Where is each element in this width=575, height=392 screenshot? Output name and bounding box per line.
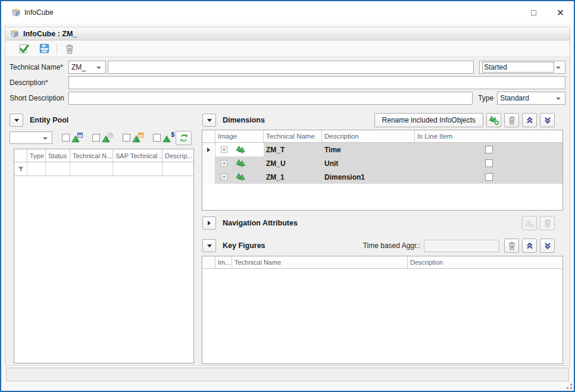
chevron-down-icon: [43, 137, 48, 140]
delete-button[interactable]: [62, 42, 77, 56]
time-characteristic-filter-checkbox[interactable]: [92, 134, 100, 142]
dimension-row-time[interactable]: ZM_T Time: [202, 143, 562, 156]
rename-infoobjects-button[interactable]: Rename included InfoObjects: [374, 113, 483, 127]
is-line-item-checkbox[interactable]: [485, 173, 493, 181]
time-based-aggr-input[interactable]: [424, 240, 499, 252]
filter-icon: [17, 165, 24, 173]
dimensions-header: Dimensions Rename included InfoObjects: [201, 112, 563, 128]
move-down-button[interactable]: [540, 239, 555, 253]
entity-pool-collapse-button[interactable]: [10, 114, 23, 127]
navigation-attributes-collapse-button[interactable]: [202, 217, 216, 230]
panel-header: InfoCube : ZM_: [5, 27, 570, 40]
column-header-image[interactable]: Image: [215, 130, 264, 142]
refresh-button[interactable]: [176, 131, 192, 145]
toolbar-separator: [57, 43, 57, 54]
type-combo[interactable]: Standard: [497, 92, 565, 105]
save-button[interactable]: [36, 42, 52, 56]
characteristic-filter-checkbox[interactable]: [62, 134, 70, 142]
delete-key-figure-button[interactable]: [504, 239, 519, 253]
column-header[interactable]: [14, 149, 27, 162]
dimension-row-dimension1[interactable]: ZM_1 Dimension1: [202, 170, 562, 184]
dimensions-table-body[interactable]: [202, 184, 562, 210]
type-label: Type: [478, 94, 493, 102]
column-header[interactable]: [202, 130, 215, 142]
add-navigation-attribute-button[interactable]: [522, 216, 537, 230]
column-header[interactable]: [202, 256, 215, 268]
entity-pool-filter-row: [14, 162, 193, 176]
unit-icon: [132, 133, 143, 143]
filter-icon-cell: [14, 162, 27, 175]
dimension-technical-name: ZM_U: [264, 156, 322, 170]
move-up-button[interactable]: [522, 113, 537, 127]
dialog-body: InfoCube : ZM_ Technical Name*: [1, 24, 574, 391]
status-bar: [6, 368, 569, 381]
column-header-description[interactable]: Description: [408, 256, 562, 268]
column-header-sap-technical-name[interactable]: SAP Technical ...: [113, 149, 162, 162]
description-input[interactable]: [68, 76, 565, 89]
validate-button[interactable]: [16, 42, 32, 56]
unit-filter-checkbox[interactable]: [123, 134, 130, 142]
filter-cell-description[interactable]: [162, 162, 193, 175]
filter-cell-type[interactable]: [27, 162, 46, 175]
column-header-technical-name[interactable]: Technical Name: [232, 256, 408, 268]
move-up-icon: [526, 116, 534, 124]
infocube-panel: InfoCube : ZM_ Technical Name*: [5, 27, 570, 366]
resize-grip-icon[interactable]: [570, 387, 572, 389]
navigation-attributes-header: Navigation Attributes: [201, 214, 563, 232]
save-icon: [39, 43, 50, 54]
key-figures-collapse-button[interactable]: [202, 239, 216, 252]
dimensions-collapse-button[interactable]: [202, 114, 216, 127]
dimension-icon: [236, 173, 245, 181]
entity-pool-table-body[interactable]: [14, 176, 193, 363]
technical-name-label: Technical Name*: [10, 63, 68, 71]
status-combo[interactable]: Started: [479, 61, 565, 74]
column-header-description[interactable]: Descrip...: [162, 149, 193, 162]
column-header-technical-name[interactable]: Technical Name: [264, 130, 322, 142]
move-down-button[interactable]: [540, 113, 555, 127]
delete-navigation-attribute-button[interactable]: [540, 216, 555, 230]
column-header-is-line-item[interactable]: Is Line Item: [415, 130, 562, 142]
key-figures-table-body[interactable]: [202, 269, 562, 363]
short-description-label: Short Description: [10, 94, 68, 102]
title-bar[interactable]: InfoCube □ ✕: [1, 1, 574, 24]
move-up-button[interactable]: [522, 239, 537, 253]
filter-cell-sap-technical-name[interactable]: [113, 162, 162, 175]
dimension-icon: [236, 145, 245, 154]
chevron-right-icon: [208, 221, 211, 225]
add-dimension-button[interactable]: [486, 113, 501, 127]
column-header-status[interactable]: Status: [46, 149, 70, 162]
delete-icon: [543, 218, 552, 228]
technical-name-input[interactable]: [108, 61, 474, 74]
filter-cell-status[interactable]: [46, 162, 70, 175]
close-button[interactable]: ✕: [547, 1, 574, 24]
filter-cell-technical-name[interactable]: [70, 162, 113, 175]
entity-pool-pane: Entity Pool: [5, 112, 196, 364]
expand-icon[interactable]: [221, 160, 227, 167]
delete-dimension-button[interactable]: [504, 113, 519, 127]
add-navigation-attribute-icon: [524, 218, 535, 228]
key-figures-header: Key Figures Time based Aggr.:: [201, 237, 563, 254]
chevron-down-icon: [207, 119, 212, 122]
dimension-technical-name: ZM_T: [264, 143, 322, 156]
is-line-item-checkbox[interactable]: [485, 146, 493, 153]
column-header-type[interactable]: Type: [27, 149, 46, 162]
column-header-image[interactable]: Im...: [215, 256, 232, 268]
key-figure-filter-checkbox[interactable]: [153, 134, 161, 142]
is-line-item-checkbox[interactable]: [485, 159, 493, 167]
characteristic-icon: [71, 133, 83, 143]
short-description-input[interactable]: [68, 92, 473, 105]
dimension-icon: [236, 159, 245, 168]
dimension-description: Time: [322, 143, 415, 156]
entity-pool-type-combo[interactable]: [10, 131, 52, 144]
delete-icon: [64, 43, 75, 54]
expand-icon[interactable]: [221, 146, 227, 153]
technical-name-prefix-combo[interactable]: ZM_: [68, 61, 106, 74]
maximize-button[interactable]: □: [520, 1, 547, 24]
expand-icon[interactable]: [221, 174, 227, 180]
infocube-icon: [11, 8, 21, 17]
column-header-technical-name[interactable]: Technical N...: [70, 149, 113, 162]
column-header-description[interactable]: Description: [322, 130, 415, 142]
chevron-down-icon: [207, 244, 212, 247]
dimension-row-unit[interactable]: ZM_U Unit: [202, 156, 562, 170]
dimension-description: Unit: [322, 156, 415, 170]
